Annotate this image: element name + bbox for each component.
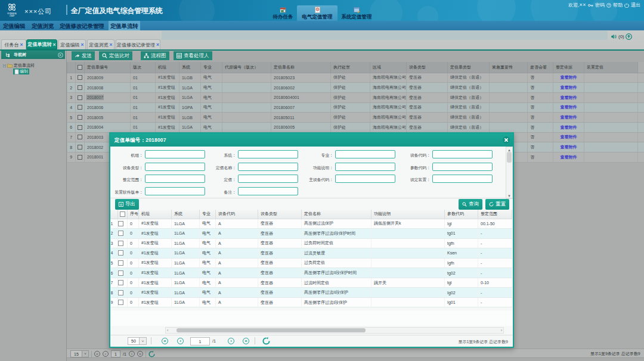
svg-text:CNNP: CNNP <box>10 15 15 17</box>
svg-text:?: ? <box>608 4 609 7</box>
